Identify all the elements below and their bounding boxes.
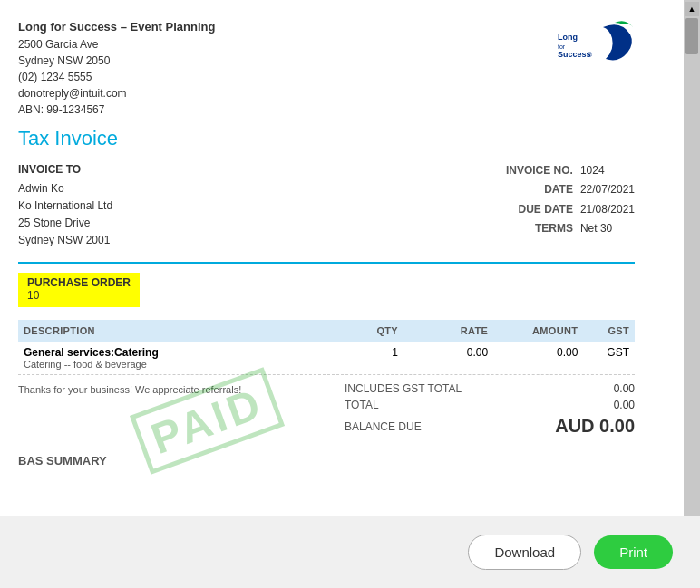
date-value: 22/07/2021 (573, 180, 635, 200)
svg-text:Success: Success (558, 50, 591, 59)
includes-gst-row: INCLUDES GST TOTAL 0.00 (345, 381, 635, 397)
bottom-bar: Download Print (0, 516, 700, 588)
invoice-meta: INVOICE TO Adwin Ko Ko International Ltd… (18, 161, 635, 250)
client-address1: 25 Stone Drive (18, 215, 112, 232)
items-table: DESCRIPTION QTY RATE AMOUNT GST General … (18, 320, 635, 375)
item-detail: Catering -- food & beverage (24, 359, 321, 370)
print-button[interactable]: Print (594, 535, 673, 569)
total-value: 0.00 (589, 399, 635, 411)
item-name: General services:Catering (24, 346, 321, 359)
col-header-rate: RATE (403, 320, 493, 342)
thank-you-message: Thanks for your business! We appreciate … (18, 381, 241, 399)
balance-due-label: BALANCE DUE (345, 420, 422, 433)
purchase-order-label: PURCHASE ORDER (27, 276, 131, 289)
svg-text:®: ® (588, 52, 593, 58)
item-rate: 0.00 (403, 342, 493, 374)
includes-gst-value: 0.00 (589, 382, 635, 395)
item-amount: 0.00 (493, 342, 583, 374)
invoice-details-section: INVOICE NO. 1024 DATE 22/07/2021 DUE DAT… (499, 161, 635, 250)
company-abn: ABN: 99-1234567 (18, 101, 215, 118)
client-company: Ko International Ltd (18, 198, 112, 215)
company-address1: 2500 Garcia Ave (18, 36, 215, 53)
company-phone: (02) 1234 5555 (18, 69, 215, 85)
balance-due-value: AUD 0.00 (555, 416, 635, 437)
scrollbar[interactable]: ▲ (684, 0, 700, 516)
purchase-order-box: PURCHASE ORDER 10 (18, 273, 140, 307)
item-gst: GST (583, 342, 635, 374)
svg-text:Long: Long (558, 33, 578, 42)
bas-summary-label: BAS SUMMARY (18, 448, 635, 468)
purchase-order-value: 10 (27, 289, 131, 302)
company-logo: Long for Success ® (553, 18, 635, 68)
invoice-no-label: INVOICE NO. (499, 161, 573, 181)
client-name: Adwin Ko (18, 180, 112, 198)
item-description: General services:Catering Catering -- fo… (18, 342, 326, 374)
date-label: DATE (499, 180, 573, 200)
section-divider (18, 262, 635, 264)
invoice-no-value: 1024 (573, 161, 635, 181)
terms-value: Net 30 (573, 219, 635, 239)
item-qty: 1 (326, 342, 403, 374)
table-row: General services:Catering Catering -- fo… (18, 342, 635, 374)
invoice-header: Long for Success – Event Planning 2500 G… (18, 18, 635, 118)
col-header-description: DESCRIPTION (18, 320, 326, 342)
company-email: donotreply@intuit.com (18, 85, 215, 101)
scrollbar-thumb[interactable] (685, 18, 698, 54)
tax-invoice-title: Tax Invoice (18, 127, 635, 150)
footer-area: Thanks for your business! We appreciate … (18, 381, 635, 437)
balance-due-row: BALANCE DUE AUD 0.00 (345, 413, 635, 437)
logo-svg: Long for Success ® (553, 18, 635, 68)
company-name: Long for Success – Event Planning (18, 18, 215, 36)
total-label: TOTAL (345, 399, 406, 411)
company-info: Long for Success – Event Planning 2500 G… (18, 18, 215, 118)
scrollbar-up-arrow[interactable]: ▲ (685, 2, 699, 16)
col-header-gst: GST (583, 320, 635, 342)
col-header-qty: QTY (326, 320, 403, 342)
includes-gst-label: INCLUDES GST TOTAL (345, 382, 489, 395)
svg-text:for: for (558, 43, 566, 50)
client-address2: Sydney NSW 2001 (18, 232, 112, 249)
download-button[interactable]: Download (468, 535, 581, 570)
totals-section: INCLUDES GST TOTAL 0.00 TOTAL 0.00 BALAN… (345, 381, 635, 437)
col-header-amount: AMOUNT (493, 320, 583, 342)
invoice-to-label: INVOICE TO (18, 161, 112, 178)
due-date-label: DUE DATE (499, 200, 573, 220)
due-date-value: 21/08/2021 (573, 200, 635, 220)
terms-label: TERMS (499, 219, 573, 239)
invoice-to-section: INVOICE TO Adwin Ko Ko International Ltd… (18, 161, 112, 250)
company-address2: Sydney NSW 2050 (18, 53, 215, 69)
total-row: TOTAL 0.00 (345, 397, 635, 413)
